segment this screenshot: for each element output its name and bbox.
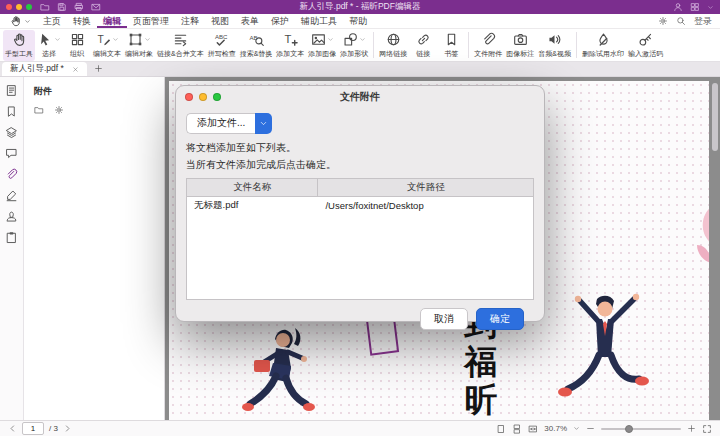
minimize-window-button[interactable] <box>16 4 22 10</box>
illustration-pink-plant <box>689 203 709 303</box>
single-page-icon[interactable] <box>496 424 506 434</box>
window-controls <box>6 4 32 10</box>
chevron-down-icon <box>327 36 334 43</box>
add-files-split-button: 添加文件... <box>186 113 272 134</box>
login-link[interactable]: 登录 <box>694 15 712 28</box>
new-tab-button[interactable] <box>94 64 103 73</box>
chevron-down-icon <box>24 18 31 25</box>
illustration-jumping-woman <box>240 324 322 420</box>
dialog-window-controls <box>185 93 221 101</box>
print-icon[interactable] <box>74 2 84 12</box>
add-files-button[interactable]: 添加文件... <box>186 113 255 134</box>
zoom-slider-thumb[interactable] <box>625 425 633 433</box>
dialog-titlebar[interactable]: 文件附件 <box>176 86 544 108</box>
bookmark-icon[interactable] <box>5 105 18 118</box>
document-tab[interactable]: 新人引导.pdf * <box>2 62 87 76</box>
open-icon[interactable] <box>40 2 50 12</box>
dialog-footer: 取消 确定 <box>186 300 534 330</box>
grid-icon[interactable] <box>690 2 700 12</box>
mail-icon[interactable] <box>91 2 101 12</box>
previous-page-button[interactable] <box>8 424 17 433</box>
person-icon[interactable] <box>673 2 683 12</box>
tool-web-link[interactable]: 网络链接 <box>377 30 409 61</box>
dialog-close-button[interactable] <box>185 93 193 101</box>
next-page-button[interactable] <box>63 424 72 433</box>
tool-cursor[interactable]: 选择 <box>35 30 63 61</box>
fit-width-icon[interactable] <box>528 424 538 434</box>
tool-hand[interactable]: 手型工具 <box>3 30 35 61</box>
menubar-right: 登录 <box>658 15 716 28</box>
continuous-page-icon[interactable] <box>512 424 522 434</box>
gear-icon[interactable] <box>658 16 668 26</box>
menu-item-页面管理[interactable]: 页面管理 <box>127 14 175 28</box>
page-number-input[interactable]: 1 <box>22 422 44 435</box>
tool-spell-check[interactable]: ABC拼写检查 <box>206 30 238 61</box>
save-icon[interactable] <box>57 2 67 12</box>
document-tab-label: 新人引导.pdf * <box>10 63 64 75</box>
add-files-dropdown-button[interactable] <box>255 113 272 134</box>
menu-item-保护[interactable]: 保护 <box>265 14 295 28</box>
ok-button[interactable]: 确定 <box>476 308 524 330</box>
edit-object-icon <box>128 32 143 47</box>
dialog-minimize-button[interactable] <box>199 93 207 101</box>
illustration-jumping-man <box>552 289 652 420</box>
stamp-icon[interactable] <box>5 210 18 223</box>
table-row[interactable]: 无标题.pdf/Users/foxitnet/Desktop <box>187 197 533 214</box>
menu-item-帮助[interactable]: 帮助 <box>343 14 373 28</box>
column-header[interactable]: 文件路径 <box>318 179 533 196</box>
tool-merge-text[interactable]: 链接&合并文本 <box>155 30 206 61</box>
audio-video-icon <box>547 32 562 47</box>
tool-add-image[interactable]: 添加图像 <box>306 30 338 61</box>
comments-icon[interactable] <box>5 147 18 160</box>
menu-item-编辑[interactable]: 编辑 <box>97 14 127 28</box>
titlebar-right-actions <box>673 2 714 12</box>
tool-search-replace[interactable]: AB搜索&替换 <box>238 30 275 61</box>
tool-activation-key[interactable]: 输入激活码 <box>626 30 665 61</box>
tool-bookmark[interactable]: 书签 <box>437 30 465 61</box>
tool-attachment[interactable]: 文件附件 <box>472 30 504 61</box>
layers-icon[interactable] <box>5 126 18 139</box>
add-shape-icon <box>343 32 358 47</box>
tool-remove-watermark[interactable]: 删除试用水印 <box>580 30 626 61</box>
tool-add-shape[interactable]: 添加形状 <box>338 30 370 61</box>
menu-item-注释[interactable]: 注释 <box>175 14 205 28</box>
dialog-zoom-button[interactable] <box>213 93 221 101</box>
signature-icon[interactable] <box>5 189 18 202</box>
menu-item-辅助工具[interactable]: 辅助工具 <box>295 14 343 28</box>
fullscreen-icon[interactable] <box>702 424 712 434</box>
clipboard-icon[interactable] <box>5 231 18 244</box>
tool-grid[interactable]: 组织 <box>63 30 91 61</box>
zoom-window-button[interactable] <box>26 4 32 10</box>
close-icon[interactable] <box>72 66 79 73</box>
file-attachment-dialog: 文件附件 添加文件... 将文档添加至如下列表。 当所有文件添加完成后点击确定。… <box>175 85 545 322</box>
thumbnails-icon[interactable] <box>5 84 18 97</box>
close-window-button[interactable] <box>6 4 12 10</box>
menu-item-hand-tool-menu[interactable] <box>4 14 37 28</box>
tool-link[interactable]: 链接 <box>409 30 437 61</box>
menu-item-主页[interactable]: 主页 <box>37 14 67 28</box>
menu-item-转换[interactable]: 转换 <box>67 14 97 28</box>
chevron-down-icon[interactable] <box>573 425 580 432</box>
column-header[interactable]: 文件名称 <box>187 179 318 196</box>
menu-item-视图[interactable]: 视图 <box>205 14 235 28</box>
menu-item-表单[interactable]: 表单 <box>235 14 265 28</box>
panel-tools <box>24 102 164 118</box>
tool-edit-object[interactable]: 编辑对象 <box>123 30 155 61</box>
zoom-slider[interactable] <box>601 428 681 430</box>
tool-add-text[interactable]: T添加文本 <box>274 30 306 61</box>
tool-image-annotation[interactable]: 图像标注 <box>504 30 536 61</box>
open-icon[interactable] <box>34 105 44 115</box>
vertical-scrollbar[interactable] <box>712 83 718 151</box>
zoom-out-button[interactable] <box>586 424 595 433</box>
chevron-down-icon[interactable] <box>707 4 714 11</box>
tool-audio-video[interactable]: 音频&视频 <box>536 30 573 61</box>
zoom-level-label[interactable]: 30.7% <box>544 424 567 433</box>
hand-icon <box>10 15 22 27</box>
tool-edit-text[interactable]: T编辑文本 <box>91 30 123 61</box>
gear-icon[interactable] <box>54 105 64 115</box>
attachment-icon[interactable] <box>5 168 18 181</box>
panel-title: 附件 <box>24 77 164 102</box>
zoom-in-button[interactable] <box>687 424 696 433</box>
search-icon[interactable] <box>676 16 686 26</box>
cancel-button[interactable]: 取消 <box>420 308 468 330</box>
